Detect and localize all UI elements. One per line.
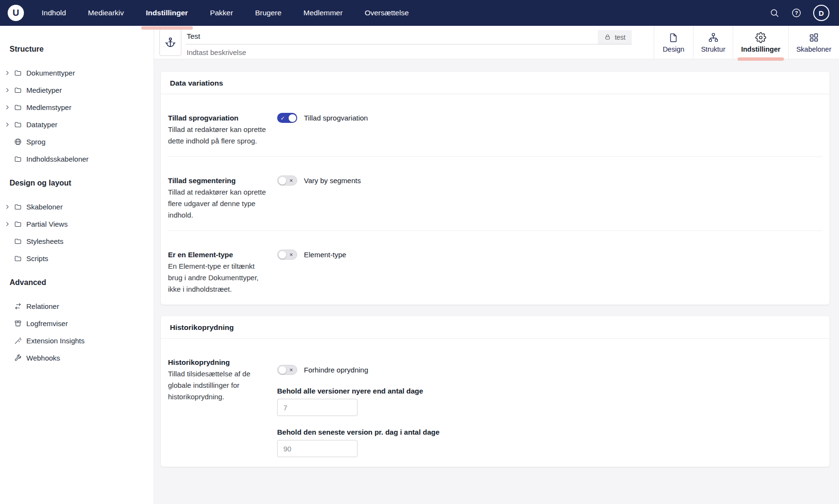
nav-item-indhold[interactable]: Indhold <box>31 0 77 26</box>
nav-item-pakker[interactable]: Pakker <box>199 0 244 26</box>
logviewer-icon <box>14 319 22 328</box>
folder-icon <box>14 103 22 111</box>
sidebar-item-label: Logfremviser <box>26 319 68 328</box>
field-input-behold-alle-versioner-nyere-end-antal-dage[interactable] <box>277 399 358 416</box>
toggle-knob <box>289 114 296 122</box>
sidebar-item-relationer[interactable]: Relationer <box>4 297 149 315</box>
folder-icon <box>14 203 22 211</box>
nav-item-indstillinger[interactable]: Indstillinger <box>135 0 199 26</box>
sidebar-item-datatyper[interactable]: Datatyper <box>4 116 149 133</box>
card-historikoprydning: Historikoprydning Historikoprydning Till… <box>161 316 829 467</box>
search-icon[interactable] <box>769 8 780 18</box>
tab-struktur[interactable]: Struktur <box>693 26 733 59</box>
sidebar-item-extension-insights[interactable]: Extension Insights <box>4 332 149 349</box>
toggle-er-en-element-type[interactable]: × <box>277 250 297 260</box>
toggle-label: Tillad sprogvariation <box>304 114 368 122</box>
umbraco-logo-icon[interactable]: U <box>8 5 24 21</box>
svg-text:?: ? <box>795 10 798 16</box>
topnav-right: ? D <box>769 5 829 21</box>
avatar[interactable]: D <box>813 5 829 21</box>
chevron-spacer <box>5 156 10 162</box>
toggle-tillad-sprogvariation[interactable]: ✓ <box>277 113 297 123</box>
wand-icon <box>14 337 22 345</box>
sidebar-item-medlemstyper[interactable]: Medlemstyper <box>4 99 149 116</box>
toggle-label: Vary by segments <box>304 176 361 185</box>
top-navigation: U IndholdMediearkivIndstillingerPakkerBr… <box>0 0 839 26</box>
field-input-behold-den-seneste-version-pr-dag-i-antal-dage[interactable] <box>277 440 358 457</box>
sidebar-section-title: Structure <box>10 45 149 54</box>
card-title: Data variations <box>161 72 829 94</box>
sidebar-item-medietyper[interactable]: Medietyper <box>4 81 149 99</box>
entity-icon-picker-button[interactable] <box>159 29 181 56</box>
sidebar: Structure Dokumenttyper Medietyper Medle… <box>0 26 154 504</box>
toggle-tillad-segmentering[interactable]: × <box>277 175 297 186</box>
grid-icon <box>808 32 819 43</box>
sidebar-section-advanced: Advanced Relationer Logfremviser Extensi… <box>4 278 149 366</box>
tab-label: Skabeloner <box>796 45 831 53</box>
nav-item-oversaettelse[interactable]: Oversættelse <box>354 0 420 26</box>
nav-item-mediearkiv[interactable]: Mediearkiv <box>77 0 135 26</box>
card-data-variations: Data variations Tillad sprogvariation Ti… <box>161 72 829 305</box>
cross-icon: × <box>290 252 293 258</box>
sidebar-item-label: Medlemstyper <box>26 103 71 111</box>
chevron-right-icon <box>5 122 10 127</box>
cross-icon: × <box>290 367 293 373</box>
field-label: Behold den seneste version pr. dag i ant… <box>277 428 820 436</box>
folder-icon <box>14 237 22 245</box>
chevron-right-icon <box>5 88 10 93</box>
sidebar-item-label: Skabeloner <box>26 203 63 211</box>
folder-icon <box>14 121 22 129</box>
tab-indstillinger[interactable]: Indstillinger <box>733 26 788 59</box>
row-label: Tillad sprogvariation <box>168 112 270 124</box>
sidebar-section-design-og-layout: Design og layout Skabeloner Partial View… <box>4 179 149 267</box>
chevron-spacer <box>5 338 10 343</box>
row-description: Tillad at redaktører kan oprette flere u… <box>168 186 270 221</box>
nav-item-medlemmer[interactable]: Medlemmer <box>292 0 354 26</box>
row-description: Tillad at redaktører kan oprette dette i… <box>168 124 270 147</box>
sidebar-item-scripts[interactable]: Scripts <box>4 250 149 267</box>
sidebar-item-dokumenttyper[interactable]: Dokumenttyper <box>4 64 149 81</box>
sidebar-item-sprog[interactable]: Sprog <box>4 133 149 150</box>
sidebar-item-label: Sprog <box>26 138 45 146</box>
settings-row-tillad-sprogvariation: Tillad sprogvariation Tillad at redaktør… <box>168 94 822 156</box>
sidebar-item-label: Dokumenttyper <box>26 69 75 77</box>
alias-lock-button[interactable]: test <box>598 30 632 44</box>
sidebar-item-indholdsskabeloner[interactable]: Indholdsskabeloner <box>4 150 149 167</box>
tab-design[interactable]: Design <box>654 26 693 59</box>
document-icon <box>668 32 679 43</box>
sidebar-item-skabeloner[interactable]: Skabeloner <box>4 198 149 215</box>
name-column: test <box>186 26 632 59</box>
folder-icon <box>14 155 22 163</box>
sidebar-item-label: Relationer <box>26 302 59 310</box>
sidebar-item-logfremviser[interactable]: Logfremviser <box>4 315 149 332</box>
chevron-right-icon <box>5 204 10 209</box>
sidebar-item-webhooks[interactable]: Webhooks <box>4 349 149 366</box>
sidebar-item-label: Medietyper <box>26 86 62 94</box>
card-title: Historikoprydning <box>161 316 829 339</box>
help-icon[interactable]: ? <box>791 8 802 18</box>
toggle-historikoprydning[interactable]: × <box>277 365 297 375</box>
row-label: Tillad segmentering <box>168 175 270 186</box>
folder-icon <box>14 86 22 94</box>
row-description: Tillad tilsidesættelse af de globale ind… <box>168 368 270 403</box>
relations-icon <box>14 302 22 310</box>
settings-row-er-en-element-type: Er en Element-type En Element-type er ti… <box>168 230 822 305</box>
wrench-icon <box>14 354 22 362</box>
sidebar-item-label: Extension Insights <box>26 337 85 345</box>
anchor-icon <box>164 36 177 49</box>
settings-content: Data variations Tillad sprogvariation Ti… <box>154 59 839 504</box>
sidebar-item-label: Partial Views <box>26 220 67 228</box>
chevron-spacer <box>5 304 10 309</box>
gear-icon <box>755 32 766 43</box>
description-input[interactable] <box>186 44 435 56</box>
toggle-knob <box>279 366 286 374</box>
nav-item-brugere[interactable]: Brugere <box>244 0 292 26</box>
tab-skabeloner[interactable]: Skabeloner <box>788 26 839 59</box>
field-label: Behold alle versioner nyere end antal da… <box>277 387 820 395</box>
name-input[interactable] <box>186 30 598 44</box>
settings-row-historikoprydning: Historikoprydning Tillad tilsidesættelse… <box>168 339 822 467</box>
sidebar-item-partial-views[interactable]: Partial Views <box>4 215 149 232</box>
sidebar-item-stylesheets[interactable]: Stylesheets <box>4 232 149 250</box>
topnav-items: IndholdMediearkivIndstillingerPakkerBrug… <box>31 0 420 26</box>
tab-label: Struktur <box>701 45 726 53</box>
